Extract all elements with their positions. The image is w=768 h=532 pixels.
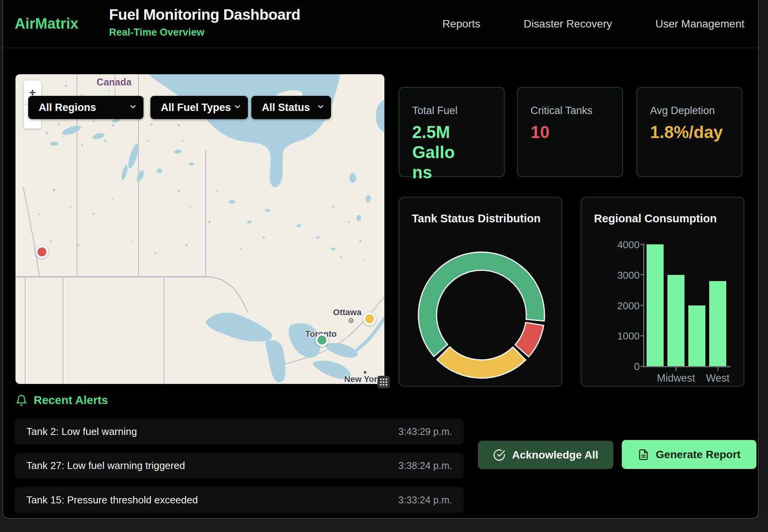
tank-status-panel: Tank Status Distribution xyxy=(399,197,562,387)
y-axis-tick-mark xyxy=(640,274,644,275)
filter-fuel-types-label: All Fuel Types xyxy=(161,102,231,114)
consumption-bar xyxy=(709,281,726,367)
tank-status-donut-chart xyxy=(399,198,563,387)
chevron-down-icon xyxy=(129,102,137,113)
y-axis-tick-label: 4000 xyxy=(605,239,640,251)
stat-value: 1.8%/day xyxy=(650,122,714,142)
town-symbol-icon xyxy=(349,318,353,323)
page-title: Fuel Monitoring Dashboard xyxy=(109,6,300,23)
y-axis-tick-label: 0 xyxy=(605,361,640,373)
stat-value: 10 xyxy=(531,122,594,142)
recent-alerts-header: Recent Alerts xyxy=(15,394,108,407)
brand-logo: AirMatrix xyxy=(15,15,79,32)
y-axis-tick-mark xyxy=(640,366,644,367)
x-axis-tick-label: West xyxy=(687,372,749,384)
acknowledge-all-button[interactable]: Acknowledge All xyxy=(478,441,613,469)
donut-segment-warning xyxy=(437,347,526,378)
map-marker-critical[interactable] xyxy=(36,246,48,258)
stat-value: 2.5M Gallons xyxy=(412,122,459,182)
alert-text: Tank 27: Low fuel warning triggered xyxy=(26,460,185,472)
stat-card-avg-depletion: Avg Depletion 1.8%/day xyxy=(637,87,742,177)
consumption-bar xyxy=(647,244,664,366)
generate-report-button[interactable]: Generate Report xyxy=(622,440,756,469)
filter-status-label: All Status xyxy=(262,102,310,114)
file-report-icon xyxy=(638,449,649,460)
stat-label: Avg Depletion xyxy=(650,105,742,117)
alert-row[interactable]: Tank 2: Low fuel warning 3:43:29 p.m. xyxy=(15,419,464,445)
y-axis-tick-mark xyxy=(640,305,644,306)
map-marker-normal[interactable] xyxy=(316,334,328,346)
generate-report-label: Generate Report xyxy=(656,448,741,461)
y-axis-tick-label: 3000 xyxy=(605,269,640,281)
consumption-bar xyxy=(688,305,705,367)
stat-card-critical-tanks: Critical Tanks 10 xyxy=(517,87,623,177)
alert-text: Tank 2: Low fuel warning xyxy=(26,426,137,438)
acknowledge-all-label: Acknowledge All xyxy=(512,449,598,461)
alert-text: Tank 15: Pressure threshold exceeded xyxy=(26,494,198,506)
stat-card-total-fuel: Total Fuel 2.5M Gallons xyxy=(399,87,505,177)
map-marker-warning[interactable] xyxy=(363,312,376,325)
dashboard-window: AirMatrix Fuel Monitoring Dashboard Real… xyxy=(2,0,759,519)
y-axis-tick-mark xyxy=(640,335,644,336)
regional-consumption-panel: Regional Consumption 01000200030004000Mi… xyxy=(581,197,744,387)
x-axis-tick-mark xyxy=(717,367,719,371)
top-header: AirMatrix Fuel Monitoring Dashboard Real… xyxy=(3,0,758,48)
map-city-label: Ottawa xyxy=(333,307,361,317)
map-card: Canada OttawaTorontoNew York + − All Reg… xyxy=(15,74,384,384)
page-subtitle: Real-Time Overview xyxy=(109,26,300,38)
nav-item-reports[interactable]: Reports xyxy=(442,18,480,30)
map-city-label: New York xyxy=(344,374,382,384)
map-country-label: Canada xyxy=(97,77,131,88)
donut-segment-critical xyxy=(515,322,544,357)
regional-consumption-bar-chart: 01000200030004000MidwestWest xyxy=(582,198,744,386)
map-resize-grip-icon[interactable] xyxy=(377,376,390,388)
chevron-down-icon xyxy=(233,102,242,113)
alert-timestamp: 3:43:29 p.m. xyxy=(398,426,452,437)
main-nav: Reports Disaster Recovery User Managemen… xyxy=(442,0,744,48)
recent-alerts-title: Recent Alerts xyxy=(34,394,108,407)
filter-status-select[interactable]: All Status xyxy=(251,96,331,119)
check-circle-icon xyxy=(493,449,505,461)
consumption-bar xyxy=(667,275,684,366)
bell-icon xyxy=(15,394,27,406)
filter-regions-select[interactable]: All Regions xyxy=(28,96,143,119)
alert-timestamp: 3:33:24 p.m. xyxy=(398,494,452,506)
title-block: Fuel Monitoring Dashboard Real-Time Over… xyxy=(109,6,300,38)
stat-label: Total Fuel xyxy=(412,105,504,117)
tank-status-title: Tank Status Distribution xyxy=(412,212,541,225)
y-axis-tick-label: 1000 xyxy=(605,330,640,342)
chevron-down-icon xyxy=(316,102,325,113)
alert-row[interactable]: Tank 15: Pressure threshold exceeded 3:3… xyxy=(15,487,464,513)
city-symbol-icon xyxy=(364,371,366,373)
map-canvas[interactable]: Canada OttawaTorontoNew York + − All Reg… xyxy=(15,74,384,384)
y-axis-tick-label: 2000 xyxy=(605,300,640,312)
alert-timestamp: 3:38:24 p.m. xyxy=(398,460,452,471)
alert-row[interactable]: Tank 27: Low fuel warning triggered 3:38… xyxy=(15,453,464,479)
nav-item-user-management[interactable]: User Management xyxy=(655,18,744,30)
stat-label: Critical Tanks xyxy=(531,105,622,117)
x-axis-tick-mark xyxy=(676,367,677,371)
y-axis-tick-mark xyxy=(640,244,644,245)
nav-item-disaster-recovery[interactable]: Disaster Recovery xyxy=(524,18,612,30)
filter-regions-label: All Regions xyxy=(39,102,96,114)
filter-fuel-types-select[interactable]: All Fuel Types xyxy=(150,96,248,119)
